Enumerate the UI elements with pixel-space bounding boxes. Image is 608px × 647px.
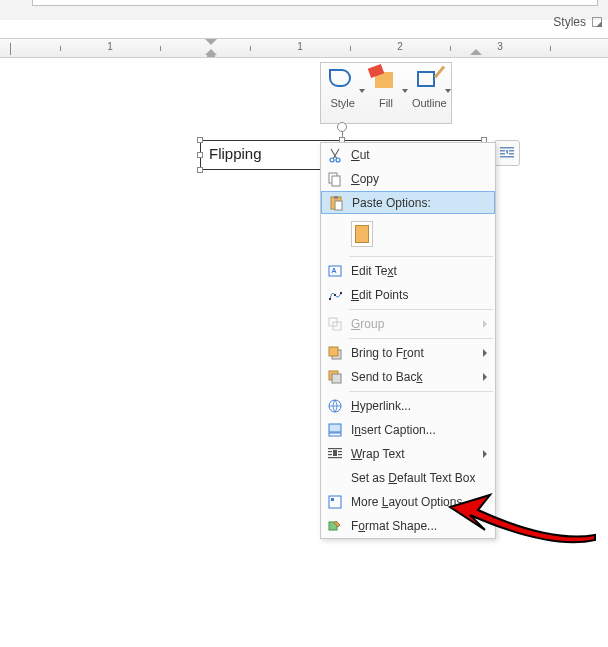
ruler-mark: 3 <box>497 41 503 52</box>
copy-icon <box>327 171 343 187</box>
svg-rect-4 <box>509 153 514 155</box>
svg-rect-27 <box>328 451 332 452</box>
horizontal-ruler[interactable]: 1 1 2 3 <box>0 38 608 58</box>
ruler-mark: 2 <box>397 41 403 52</box>
context-menu: Cut Copy Paste Options: Edit Text <box>320 142 496 539</box>
svg-rect-2 <box>509 150 514 152</box>
svg-point-7 <box>336 158 340 162</box>
menu-paste-options[interactable]: Paste Options: <box>321 191 495 214</box>
right-indent-marker[interactable] <box>470 39 482 57</box>
svg-rect-9 <box>332 176 340 186</box>
menu-edit-text[interactable]: Edit Text <box>321 259 495 283</box>
more-layout-icon <box>327 494 343 510</box>
svg-rect-16 <box>340 292 342 294</box>
menu-bring-to-front[interactable]: Bring to Front <box>321 341 495 365</box>
menu-wrap-text-label: Wrap Text <box>351 447 405 461</box>
svg-rect-26 <box>328 448 342 449</box>
group-icon <box>327 316 343 332</box>
svg-rect-28 <box>338 451 342 452</box>
menu-wrap-text[interactable]: Wrap Text <box>321 442 495 466</box>
outline-label: Outline <box>409 97 449 109</box>
styles-dialog-launcher[interactable] <box>592 17 602 27</box>
svg-rect-25 <box>329 433 341 436</box>
menu-format-shape-label: Format Shape... <box>351 519 437 533</box>
menu-send-back-label: Send to Back <box>351 370 422 384</box>
resize-handle[interactable] <box>197 137 203 143</box>
fill-button[interactable]: Fill <box>366 69 406 123</box>
svg-rect-14 <box>329 298 331 300</box>
svg-rect-34 <box>331 498 334 501</box>
caption-icon <box>327 422 343 438</box>
hyperlink-icon <box>327 398 343 414</box>
menu-edit-points-label: Edit Points <box>351 288 408 302</box>
menu-set-default-label: Set as Default Text Box <box>351 471 476 485</box>
bring-front-icon <box>327 345 343 361</box>
edit-text-icon <box>327 263 343 279</box>
menu-group-label: Group <box>351 317 384 331</box>
menu-copy-label: Copy <box>351 172 379 186</box>
menu-hyperlink-label: Hyperlink... <box>351 399 411 413</box>
left-indent-marker[interactable] <box>205 39 217 57</box>
menu-insert-caption-label: Insert Caption... <box>351 423 436 437</box>
send-back-icon <box>327 369 343 385</box>
svg-rect-32 <box>333 450 337 456</box>
edit-points-icon <box>327 287 343 303</box>
menu-separator <box>349 391 493 392</box>
svg-rect-3 <box>500 153 505 155</box>
menu-send-to-back[interactable]: Send to Back <box>321 365 495 389</box>
menu-edit-points[interactable]: Edit Points <box>321 283 495 307</box>
menu-cut-label: Cut <box>351 148 370 162</box>
menu-hyperlink[interactable]: Hyperlink... <box>321 394 495 418</box>
paste-keep-source-icon <box>351 221 373 247</box>
paste-icon <box>328 195 344 211</box>
outline-button[interactable]: Outline <box>409 69 449 123</box>
fill-label: Fill <box>366 97 406 109</box>
layout-options-icon <box>499 145 515 161</box>
svg-rect-0 <box>500 147 514 149</box>
styles-group-label: Styles <box>553 15 586 29</box>
style-label: Style <box>323 97 363 109</box>
svg-point-6 <box>330 158 334 162</box>
menu-separator <box>349 256 493 257</box>
svg-rect-15 <box>334 294 336 296</box>
layout-options-button[interactable] <box>494 140 520 166</box>
svg-rect-31 <box>328 457 342 458</box>
svg-rect-1 <box>500 150 505 152</box>
svg-rect-29 <box>328 454 332 455</box>
menu-cut[interactable]: Cut <box>321 143 495 167</box>
svg-rect-33 <box>329 496 341 508</box>
annotation-arrow <box>440 485 600 555</box>
menu-group: Group <box>321 312 495 336</box>
menu-bring-front-label: Bring to Front <box>351 346 424 360</box>
svg-rect-11 <box>334 196 338 199</box>
ribbon-strip: Styles <box>0 0 608 20</box>
ribbon-gallery-edge <box>32 0 598 6</box>
menu-insert-caption[interactable]: Insert Caption... <box>321 418 495 442</box>
rotate-handle[interactable] <box>337 122 347 132</box>
menu-paste-keep-source[interactable] <box>321 214 495 254</box>
style-button[interactable]: Style <box>323 69 363 123</box>
svg-rect-12 <box>335 201 342 210</box>
menu-copy[interactable]: Copy <box>321 167 495 191</box>
mini-toolbar: Style Fill Outline <box>320 62 452 124</box>
resize-handle[interactable] <box>197 152 203 158</box>
svg-rect-22 <box>332 374 341 383</box>
ruler-mark: 1 <box>107 41 113 52</box>
wrap-text-icon <box>327 446 343 462</box>
resize-handle[interactable] <box>197 167 203 173</box>
format-shape-icon <box>327 518 343 534</box>
svg-rect-5 <box>500 156 514 158</box>
menu-paste-options-label: Paste Options: <box>352 196 431 210</box>
svg-rect-30 <box>338 454 342 455</box>
ruler-mark: 1 <box>297 41 303 52</box>
menu-separator <box>349 338 493 339</box>
menu-edit-text-label: Edit Text <box>351 264 397 278</box>
svg-rect-20 <box>329 347 338 356</box>
cut-icon <box>327 147 343 163</box>
menu-separator <box>349 309 493 310</box>
svg-rect-24 <box>329 424 341 432</box>
